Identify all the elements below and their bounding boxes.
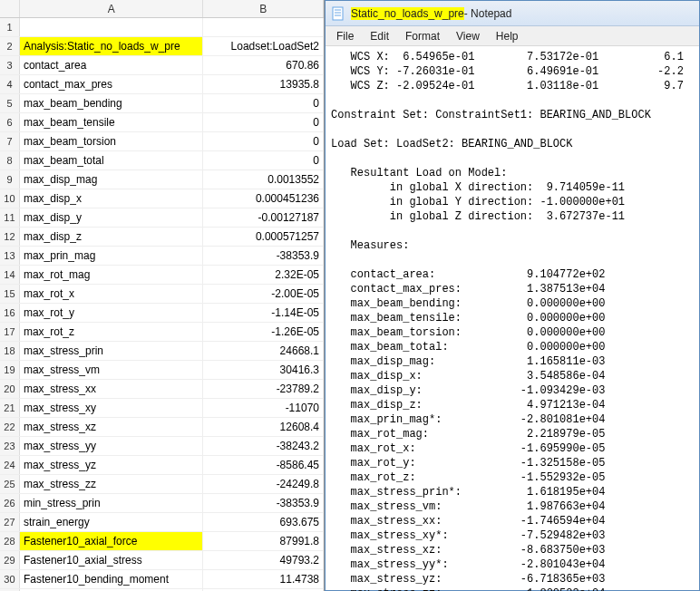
- cell-b[interactable]: -1.26E-05: [203, 323, 324, 341]
- cell-b[interactable]: -38353.9: [203, 494, 324, 512]
- cell-a[interactable]: max_disp_x: [20, 189, 203, 208]
- row-header[interactable]: 7: [0, 132, 20, 150]
- cell-a[interactable]: max_stress_zz: [20, 475, 203, 493]
- menu-view[interactable]: View: [449, 28, 487, 44]
- row-header[interactable]: 4: [0, 75, 20, 93]
- cell-a[interactable]: max_rot_z: [20, 323, 203, 341]
- cell-a[interactable]: max_stress_xy: [20, 399, 203, 417]
- cell-a[interactable]: max_disp_z: [20, 228, 203, 246]
- cell-a[interactable]: max_rot_x: [20, 285, 203, 303]
- row-header[interactable]: 15: [0, 285, 20, 303]
- cell-b[interactable]: -0.00127187: [203, 208, 324, 227]
- cell-b[interactable]: 0: [203, 94, 324, 112]
- cell-a[interactable]: max_stress_xz: [20, 418, 203, 436]
- row-header[interactable]: 11: [0, 208, 20, 227]
- row-header[interactable]: 5: [0, 94, 20, 112]
- row-header[interactable]: 18: [0, 342, 20, 360]
- cell-a[interactable]: min_stress_prin: [20, 494, 203, 512]
- cell-b[interactable]: 0.000571257: [203, 228, 324, 246]
- cell-b[interactable]: 693.675: [203, 513, 324, 531]
- row-header[interactable]: 22: [0, 418, 20, 436]
- cell-a[interactable]: max_disp_y: [20, 208, 203, 227]
- cell-b[interactable]: -38243.2: [203, 437, 324, 455]
- row-header[interactable]: 12: [0, 228, 20, 246]
- row-header[interactable]: 14: [0, 266, 20, 284]
- cell-a[interactable]: strain_energy: [20, 513, 203, 531]
- cell-a[interactable]: max_stress_yy: [20, 437, 203, 455]
- cell-b[interactable]: -24249.8: [203, 475, 324, 493]
- notepad-text-area[interactable]: WCS X: 6.54965e-01 7.53172e-01 6.1 WCS Y…: [326, 46, 699, 591]
- cell-a[interactable]: Fastener10_axial_force: [20, 532, 203, 550]
- cell-b[interactable]: [203, 18, 324, 36]
- row-header[interactable]: 24: [0, 456, 20, 474]
- row-header[interactable]: 13: [0, 247, 20, 265]
- cell-a[interactable]: max_beam_torsion: [20, 132, 203, 150]
- cell-a[interactable]: max_beam_bending: [20, 94, 203, 112]
- cell-b[interactable]: 0: [203, 113, 324, 131]
- cell-b[interactable]: 2.32E-05: [203, 266, 324, 284]
- menu-format[interactable]: Format: [398, 28, 447, 44]
- cell-b[interactable]: -2.00E-05: [203, 285, 324, 303]
- row-header[interactable]: 10: [0, 189, 20, 208]
- cell-a[interactable]: [20, 18, 203, 36]
- row-header[interactable]: 28: [0, 532, 20, 550]
- cell-b[interactable]: 13935.8: [203, 75, 324, 93]
- row-header[interactable]: 3: [0, 56, 20, 74]
- row-header[interactable]: 8: [0, 151, 20, 170]
- row-header[interactable]: 9: [0, 170, 20, 189]
- cell-a[interactable]: Analysis:Static_no_loads_w_pre: [20, 37, 203, 55]
- row-header[interactable]: 19: [0, 361, 20, 379]
- cell-a[interactable]: Fastener10_bending_moment: [20, 570, 203, 588]
- cell-b[interactable]: Loadset:LoadSet2: [203, 37, 324, 55]
- row-header[interactable]: 26: [0, 494, 20, 512]
- cell-a[interactable]: Fastener10_axial_stress: [20, 551, 203, 569]
- cell-a[interactable]: max_rot_mag: [20, 266, 203, 284]
- row-header[interactable]: 27: [0, 513, 20, 531]
- row-header[interactable]: 2: [0, 37, 20, 55]
- row-header[interactable]: 25: [0, 475, 20, 493]
- cell-a[interactable]: max_beam_total: [20, 151, 203, 170]
- row-header[interactable]: 20: [0, 380, 20, 398]
- cell-a[interactable]: max_stress_vm: [20, 361, 203, 379]
- menu-file[interactable]: File: [329, 28, 361, 44]
- cell-b[interactable]: -11070: [203, 399, 324, 417]
- row-header[interactable]: 29: [0, 551, 20, 569]
- cell-a[interactable]: max_stress_prin: [20, 342, 203, 360]
- cell-b[interactable]: -23789.2: [203, 380, 324, 398]
- cell-b[interactable]: 49793.2: [203, 551, 324, 569]
- column-header-a[interactable]: A: [20, 0, 203, 17]
- cell-b[interactable]: 0.0013552: [203, 170, 324, 189]
- cell-a[interactable]: max_stress_xx: [20, 380, 203, 398]
- row-header[interactable]: 16: [0, 304, 20, 322]
- cell-b[interactable]: 0: [203, 151, 324, 170]
- column-header-b[interactable]: B: [203, 0, 324, 17]
- cell-b[interactable]: 24668.1: [203, 342, 324, 360]
- cell-b[interactable]: 0.000451236: [203, 189, 324, 208]
- menu-help[interactable]: Help: [489, 28, 526, 44]
- cell-a[interactable]: max_prin_mag: [20, 247, 203, 265]
- row-header[interactable]: 30: [0, 570, 20, 588]
- notepad-titlebar[interactable]: Static_no_loads_w_pre - Notepad: [326, 1, 699, 26]
- cell-a[interactable]: max_stress_yz: [20, 456, 203, 474]
- cell-b[interactable]: -1.14E-05: [203, 304, 324, 322]
- menu-edit[interactable]: Edit: [363, 28, 396, 44]
- cell-a[interactable]: max_disp_mag: [20, 170, 203, 189]
- cell-a[interactable]: contact_max_pres: [20, 75, 203, 93]
- cell-b[interactable]: 87991.8: [203, 532, 324, 550]
- cell-b[interactable]: 0: [203, 132, 324, 150]
- row-header[interactable]: 17: [0, 323, 20, 341]
- cell-b[interactable]: 11.4738: [203, 570, 324, 588]
- cell-a[interactable]: max_beam_tensile: [20, 113, 203, 131]
- cell-b[interactable]: 12608.4: [203, 418, 324, 436]
- cell-b[interactable]: 670.86: [203, 56, 324, 74]
- select-all-corner[interactable]: [0, 0, 20, 17]
- cell-a[interactable]: max_rot_y: [20, 304, 203, 322]
- cell-b[interactable]: 30416.3: [203, 361, 324, 379]
- row-header[interactable]: 23: [0, 437, 20, 455]
- row-header[interactable]: 6: [0, 113, 20, 131]
- row-header[interactable]: 1: [0, 18, 20, 36]
- cell-b[interactable]: -38353.9: [203, 247, 324, 265]
- row-header[interactable]: 21: [0, 399, 20, 417]
- cell-b[interactable]: -8586.45: [203, 456, 324, 474]
- cell-a[interactable]: contact_area: [20, 56, 203, 74]
